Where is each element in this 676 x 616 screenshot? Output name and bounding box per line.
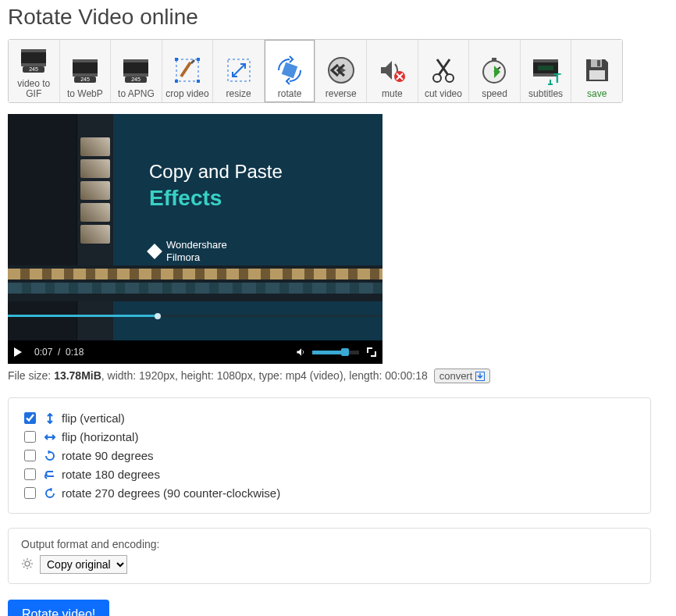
- rotate-video-button[interactable]: Rotate video!: [8, 600, 109, 616]
- video-preview: Copy and Paste Effects Wondershare Filmo…: [8, 114, 382, 364]
- video-to-gif-label: video to GIF: [17, 79, 50, 99]
- rotate-button[interactable]: rotate: [265, 40, 315, 102]
- option-label: flip (vertical): [62, 411, 125, 425]
- arrow-cw-icon: [44, 450, 55, 461]
- svg-rect-18: [175, 80, 178, 83]
- gear-icon: [21, 557, 34, 572]
- file-info: File size: 13.78MiB, width: 1920px, heig…: [8, 369, 668, 383]
- checkbox-rotate-90[interactable]: [24, 450, 36, 461]
- svg-rect-31: [538, 66, 553, 70]
- crop-video-label: crop video: [165, 89, 208, 99]
- mute-button[interactable]: mute: [367, 40, 418, 102]
- video-time: 0:07 / 0:18: [34, 347, 84, 358]
- option-label: rotate 90 degrees: [62, 449, 154, 462]
- film-icon: 245: [18, 45, 49, 76]
- option-label: rotate 180 degrees: [62, 468, 160, 481]
- svg-text:245: 245: [132, 77, 141, 82]
- rotate-label: rotate: [278, 89, 302, 99]
- volume-slider[interactable]: [312, 351, 359, 354]
- option-flip-horizontal[interactable]: flip (horizontal): [21, 429, 638, 445]
- preview-headline-2: Effects: [149, 186, 222, 211]
- resize-label: resize: [226, 89, 251, 99]
- film-icon: 245: [69, 55, 101, 86]
- preview-brand: Wondershare Filmora: [149, 239, 227, 263]
- svg-point-37: [25, 561, 30, 566]
- video-controls: 0:07 / 0:18: [8, 340, 382, 364]
- rotate-icon: [274, 55, 305, 86]
- brand-logo-icon: [147, 244, 162, 259]
- svg-point-24: [433, 74, 441, 82]
- film-icon: 245: [120, 55, 151, 86]
- save-label: save: [587, 89, 607, 99]
- resize-button[interactable]: resize: [213, 40, 264, 102]
- toolbar: 245 video to GIF 245 to WebP 245 to APNG…: [8, 39, 623, 103]
- option-rotate-90[interactable]: rotate 90 degrees: [21, 447, 638, 464]
- svg-rect-35: [589, 70, 605, 80]
- option-label: flip (horizontal): [62, 430, 138, 443]
- svg-text:245: 245: [29, 66, 38, 72]
- cut-video-button[interactable]: cut video: [418, 40, 469, 102]
- arrow-ccw-icon: [44, 488, 55, 499]
- rotate-options-panel: flip (vertical) flip (horizontal) rotate…: [8, 397, 651, 514]
- svg-rect-27: [492, 58, 496, 61]
- page-title: Rotate Video online: [8, 5, 668, 30]
- to-apng-button[interactable]: 245 to APNG: [111, 40, 162, 102]
- encoding-panel: Output format and encoding: Copy origina…: [8, 528, 651, 584]
- to-apng-label: to APNG: [118, 89, 155, 99]
- encoding-label: Output format and encoding:: [21, 538, 638, 550]
- svg-text:245: 245: [80, 77, 90, 82]
- checkbox-rotate-180[interactable]: [24, 468, 36, 480]
- volume-control[interactable]: [295, 346, 359, 358]
- to-webp-button[interactable]: 245 to WebP: [60, 40, 111, 102]
- encoding-select[interactable]: Copy original: [40, 555, 127, 574]
- floppy-icon: [582, 55, 613, 86]
- subtitles-button[interactable]: T subtitles: [521, 40, 571, 102]
- crop-video-button[interactable]: crop video: [162, 40, 213, 102]
- reverse-button[interactable]: reverse: [315, 40, 366, 102]
- svg-rect-11: [123, 59, 148, 62]
- checkbox-flip-horizontal[interactable]: [24, 431, 36, 443]
- save-button[interactable]: save: [571, 40, 622, 102]
- reverse-label: reverse: [326, 89, 357, 99]
- svg-rect-15: [176, 59, 198, 81]
- option-label: rotate 270 degrees (90 counter-clockwise…: [62, 486, 280, 500]
- mute-label: mute: [382, 89, 403, 99]
- svg-point-25: [446, 74, 454, 82]
- svg-rect-21: [282, 62, 298, 79]
- option-rotate-270[interactable]: rotate 270 degrees (90 counter-clockwise…: [21, 485, 638, 501]
- svg-rect-34: [597, 60, 600, 66]
- cut-video-label: cut video: [425, 89, 462, 99]
- svg-rect-29: [533, 59, 558, 62]
- stopwatch-icon: [479, 55, 510, 86]
- speed-label: speed: [482, 89, 507, 99]
- svg-rect-19: [197, 80, 200, 83]
- svg-rect-16: [175, 58, 178, 61]
- video-to-gif-button[interactable]: 245 video to GIF: [9, 40, 59, 102]
- preview-headline-1: Copy and Paste: [149, 161, 283, 183]
- option-rotate-180[interactable]: rotate 180 degrees: [21, 466, 638, 482]
- download-icon: [475, 372, 485, 381]
- subtitles-label: subtitles: [528, 89, 563, 99]
- video-canvas[interactable]: Copy and Paste Effects Wondershare Filmo…: [8, 114, 382, 340]
- reverse-icon: [326, 55, 357, 86]
- svg-rect-1: [21, 49, 46, 52]
- volume-icon: [295, 346, 308, 358]
- speed-button[interactable]: speed: [469, 40, 520, 102]
- resize-icon: [223, 55, 254, 86]
- checkbox-rotate-270[interactable]: [24, 487, 36, 499]
- arrow-horizontal-icon: [44, 433, 55, 442]
- svg-rect-17: [197, 58, 200, 61]
- play-icon[interactable]: [14, 347, 22, 357]
- checkbox-flip-vertical[interactable]: [24, 412, 36, 424]
- crop-icon: [172, 55, 203, 86]
- arrow-vertical-icon: [44, 413, 55, 424]
- subtitles-icon: T: [530, 55, 561, 86]
- option-flip-vertical[interactable]: flip (vertical): [21, 410, 638, 426]
- mute-icon: [376, 55, 407, 86]
- svg-rect-6: [73, 59, 98, 62]
- fullscreen-icon[interactable]: [367, 347, 376, 357]
- svg-text:T: T: [553, 72, 561, 85]
- to-webp-label: to WebP: [67, 89, 103, 99]
- convert-button[interactable]: convert: [434, 369, 491, 383]
- scissors-icon: [428, 55, 459, 86]
